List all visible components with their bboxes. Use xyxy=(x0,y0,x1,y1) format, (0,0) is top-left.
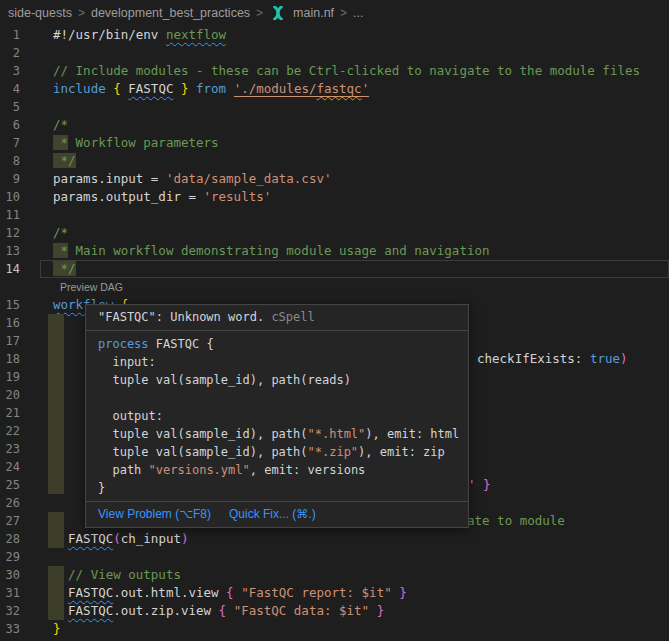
code-line-30[interactable]: 30 // View outputs xyxy=(0,566,669,584)
module-path-link[interactable]: './modules/ xyxy=(234,81,317,97)
code-token: * xyxy=(53,243,68,258)
code-line-content: FASTQC(ch_input) xyxy=(53,530,189,548)
indent-highlight xyxy=(48,440,64,458)
code-token: path xyxy=(98,463,149,477)
code-line-content: params.output_dir = 'results' xyxy=(53,188,271,206)
code-token: FASTQC xyxy=(68,585,113,600)
code-token: { xyxy=(219,603,227,618)
code-line-32[interactable]: 32 FASTQC.out.zip.view { "FastQC data: $… xyxy=(0,602,669,620)
code-token: FASTQC xyxy=(68,603,113,618)
code-line-6[interactable]: 6/* xyxy=(0,116,669,134)
code-line-content: * Main workflow demonstrating module usa… xyxy=(53,242,490,260)
code-line-12[interactable]: 12/* xyxy=(0,224,669,242)
code-token: cSpell xyxy=(264,310,315,324)
code-token: params.input = xyxy=(53,171,166,186)
indent-highlight xyxy=(48,386,64,404)
code-token: "*.html" xyxy=(308,427,366,441)
code-line-10[interactable]: 10params.output_dir = 'results' xyxy=(0,188,669,206)
indent-highlight xyxy=(48,422,64,440)
code-line-3[interactable]: 3// Include modules - these can be Ctrl-… xyxy=(0,62,669,80)
code-line-7[interactable]: 7 * Workflow parameters xyxy=(0,134,669,152)
indent-highlight xyxy=(48,332,64,350)
code-line-8[interactable]: 8 */ xyxy=(0,152,669,170)
code-line-28[interactable]: 28 FASTQC(ch_input) xyxy=(0,530,669,548)
code-token: input: xyxy=(98,355,156,369)
code-token: , emit: versions xyxy=(250,463,366,477)
indent-highlight xyxy=(48,458,64,476)
line-number: 18 xyxy=(0,350,20,368)
code-line-content: } xyxy=(53,620,61,638)
tooltip-code-line: process FASTQC { xyxy=(98,335,456,353)
code-token: } xyxy=(399,585,407,600)
line-number: 28 xyxy=(0,530,20,548)
code-line-4[interactable]: 4include { FASTQC } from './modules/fast… xyxy=(0,80,669,98)
code-line-content: include { FASTQC } from './modules/fastq… xyxy=(53,80,369,98)
code-line-14[interactable]: 14 */ xyxy=(0,260,669,278)
code-line-2[interactable]: 2 xyxy=(0,44,669,62)
breadcrumb-item-side-quests[interactable]: side-quests xyxy=(8,6,72,20)
breadcrumb-item-development-best-practices[interactable]: development_best_practices xyxy=(91,6,250,20)
line-number: 16 xyxy=(0,314,20,332)
breadcrumb-separator: > xyxy=(78,6,85,20)
quick-fix-link[interactable]: Quick Fix... (⌘.) xyxy=(229,507,316,521)
nextflow-icon xyxy=(269,6,287,20)
module-path-link[interactable]: fastqc xyxy=(316,81,361,97)
code-token: * xyxy=(53,135,68,150)
code-line-5[interactable]: 5 xyxy=(0,98,669,116)
breadcrumb-item-main-nf[interactable]: main.nf xyxy=(293,6,334,20)
code-line-9[interactable]: 9params.input = 'data/sample_data.csv' xyxy=(0,170,669,188)
code-token xyxy=(226,603,234,618)
code-line-content: params.input = 'data/sample_data.csv' xyxy=(53,170,331,188)
breadcrumb-item--[interactable]: ... xyxy=(353,6,363,20)
code-token: ), emit: html xyxy=(365,427,459,441)
code-line-11[interactable]: 11 xyxy=(0,206,669,224)
indent-highlight xyxy=(48,350,64,368)
code-token: from xyxy=(196,81,226,96)
code-token: true xyxy=(590,351,620,366)
code-line-content: FASTQC.out.zip.view { "FastQC data: $it"… xyxy=(53,602,384,620)
code-token xyxy=(53,585,68,600)
line-number: 10 xyxy=(0,188,20,206)
code-line-content: /* xyxy=(53,116,68,134)
line-number: 5 xyxy=(0,98,20,116)
code-token: ), emit: zip xyxy=(358,445,445,459)
line-number: 33 xyxy=(0,620,20,638)
line-number: 26 xyxy=(0,494,20,512)
code-token: tuple val(sample_id), path(reads) xyxy=(98,373,351,387)
code-fragment: ate to module xyxy=(467,512,565,530)
line-number: 13 xyxy=(0,242,20,260)
indent-highlight xyxy=(48,314,64,332)
code-line-13[interactable]: 13 * Main workflow demonstrating module … xyxy=(0,242,669,260)
code-token: tuple val(sample_id), path( xyxy=(98,445,308,459)
code-token xyxy=(189,81,197,96)
line-number: 1 xyxy=(0,26,20,44)
line-number: 11 xyxy=(0,206,20,224)
line-number: 12 xyxy=(0,224,20,242)
line-number: 31 xyxy=(0,584,20,602)
tooltip-code-line: tuple val(sample_id), path(reads) xyxy=(98,371,456,389)
code-token: process xyxy=(98,337,149,351)
code-line-29[interactable]: 29 xyxy=(0,548,669,566)
tooltip-code-line: tuple val(sample_id), path("*.html"), em… xyxy=(98,425,456,443)
line-number: 20 xyxy=(0,386,20,404)
code-line-33[interactable]: 33} xyxy=(0,620,669,638)
view-problem-link[interactable]: View Problem (⌥F8) xyxy=(98,507,211,521)
code-token: #!/usr/bin/env xyxy=(53,27,166,42)
code-token: "FastQC report: $it" xyxy=(241,585,392,600)
code-token: } xyxy=(483,477,491,492)
code-token: } xyxy=(377,603,385,618)
code-token xyxy=(369,603,377,618)
code-token: tuple val(sample_id), path( xyxy=(98,427,308,441)
code-token: 'data/sample_data.csv' xyxy=(166,171,332,186)
code-token: .out.html.view xyxy=(113,585,226,600)
indent-highlight xyxy=(48,368,64,386)
code-token: "versions.yml" xyxy=(149,463,250,477)
module-path-link[interactable]: ' xyxy=(362,81,370,97)
codelens-preview-dag[interactable]: Preview DAG xyxy=(0,278,669,296)
code-line-content: /* xyxy=(53,224,68,242)
code-line-31[interactable]: 31 FASTQC.out.html.view { "FastQC report… xyxy=(0,584,669,602)
code-line-1[interactable]: 1#!/usr/bin/env nextflow xyxy=(0,26,669,44)
code-token xyxy=(173,81,181,96)
line-number: 8 xyxy=(0,152,20,170)
line-number: 7 xyxy=(0,134,20,152)
